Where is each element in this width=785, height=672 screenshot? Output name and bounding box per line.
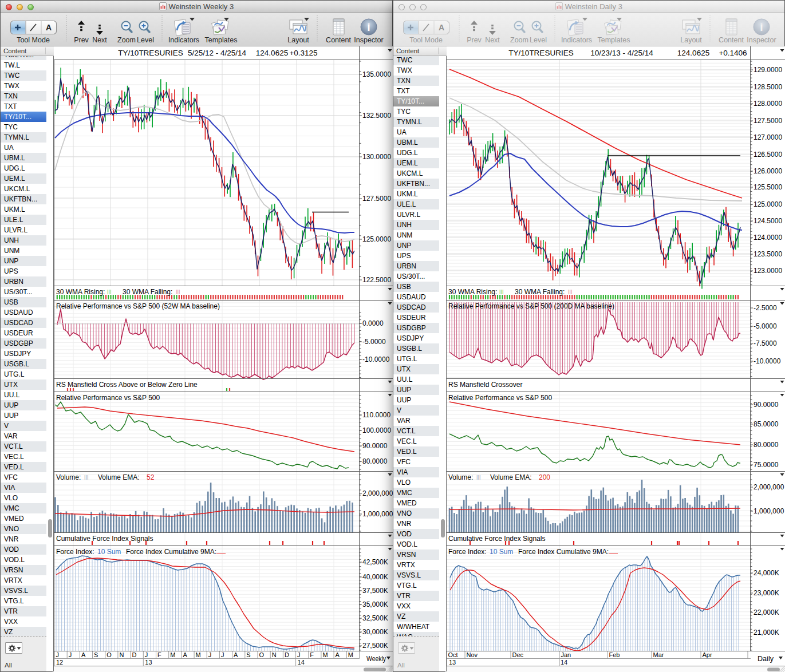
svg-text:-10.0000: -10.0000 [362,355,390,363]
svg-text:10 Sum: 10 Sum [490,548,513,556]
svg-text:N: N [272,651,277,658]
svg-text:30 WMA Rising:: 30 WMA Rising: [56,288,105,296]
svg-text:A: A [183,651,187,658]
svg-text:O: O [106,651,112,658]
svg-text:12: 12 [56,659,63,666]
svg-text:D: D [132,651,137,658]
svg-text:124.5000: 124.5000 [754,217,782,225]
svg-text:Daily: Daily [758,655,774,663]
svg-text:A: A [439,23,444,32]
svg-text:Volume:: Volume: [448,473,473,481]
svg-text:Volume EMA:: Volume EMA: [98,473,140,481]
svg-text:RS Mansfield Cross Above or Be: RS Mansfield Cross Above or Below Zero L… [56,381,198,389]
svg-text:52: 52 [147,473,155,481]
svg-text:130.0000: 130.0000 [362,153,391,161]
svg-text:A: A [336,651,340,658]
svg-text:D: D [285,651,289,658]
svg-text:Content: Content [719,36,744,44]
svg-text:Templates: Templates [598,36,630,44]
svg-text:lll: lll [568,288,572,295]
svg-text:Cumulative Force Index Signals: Cumulative Force Index Signals [448,535,545,543]
svg-text:126.0000: 126.0000 [754,167,782,175]
svg-text:23,000K: 23,000K [754,589,779,597]
svg-text:Jan: Jan [561,651,571,658]
svg-text:-2.5000: -2.5000 [754,304,777,312]
svg-text:Oct: Oct [448,651,458,658]
svg-text:110.0000: 110.0000 [362,411,390,419]
svg-text:128.0000: 128.0000 [754,100,782,108]
svg-text:32,500K: 32,500K [362,614,388,622]
svg-text:Nov: Nov [467,651,478,658]
svg-text:14: 14 [298,659,305,666]
svg-text:37,500K: 37,500K [362,587,388,595]
svg-text:Feb: Feb [609,651,620,658]
svg-text:O: O [259,651,265,658]
svg-text:10/23/13 - 4/25/14: 10/23/13 - 4/25/14 [590,49,653,57]
svg-text:30 WMA Rising:: 30 WMA Rising: [448,288,497,296]
svg-text:21,000K: 21,000K [754,628,779,637]
svg-text:200: 200 [539,473,550,481]
svg-text:124.0625: 124.0625 [677,49,709,57]
svg-text:-5.0000: -5.0000 [362,338,386,346]
svg-text:TY/10TRESURIES: TY/10TRESURIES [508,49,573,57]
svg-text:A: A [46,23,52,32]
svg-text:lll: lll [176,288,180,295]
svg-text:127.5000: 127.5000 [754,117,782,125]
svg-text:J: J [297,651,301,658]
svg-text:128.5000: 128.5000 [754,83,782,91]
svg-text:1,000,000: 1,000,000 [754,507,784,515]
svg-text:TY/10TRESURIES: TY/10TRESURIES [118,49,183,57]
svg-text:122.5000: 122.5000 [362,276,391,284]
svg-text:RS Mansfield Crossover: RS Mansfield Crossover [448,381,522,389]
svg-text:Weekly: Weekly [366,655,386,663]
svg-text:Relative Performance vs S&P 50: Relative Performance vs S&P 500 (200D MA… [448,302,614,310]
svg-text:Apr: Apr [703,651,712,658]
svg-text:Level: Level [137,36,154,44]
svg-text:F: F [310,651,314,658]
svg-text:A: A [234,651,238,658]
svg-text:42,500K: 42,500K [362,558,388,566]
svg-text:Zoom: Zoom [117,36,136,44]
svg-text:N: N [119,651,124,658]
svg-text:129.0000: 129.0000 [754,66,782,74]
svg-text:90.0000: 90.0000 [754,401,779,409]
svg-text:135.0000: 135.0000 [362,70,391,78]
svg-text:Next: Next [485,36,500,44]
svg-text:30 WMA Falling:: 30 WMA Falling: [515,288,565,296]
svg-text:85.0000: 85.0000 [754,420,779,428]
svg-text:J: J [221,651,224,658]
svg-text:30 WMA Falling:: 30 WMA Falling: [123,288,172,296]
svg-text:125.0000: 125.0000 [362,235,391,243]
svg-text:35,000K: 35,000K [362,600,388,608]
svg-text:Force Index Cumulative 9MA:: Force Index Cumulative 9MA: [518,548,609,556]
svg-text:lll: lll [476,474,480,481]
svg-text:13: 13 [449,659,456,666]
svg-text:+0.1406: +0.1406 [719,49,747,57]
svg-text:125.5000: 125.5000 [754,183,782,191]
svg-text:J: J [208,651,212,658]
svg-text:+0.3125: +0.3125 [289,49,317,57]
svg-text:i: i [367,21,370,33]
svg-text:Force Index Cumulative 9MA:: Force Index Cumulative 9MA: [126,548,216,556]
svg-text:0.0000: 0.0000 [362,319,384,327]
svg-text:Templates: Templates [205,36,238,44]
svg-text:13: 13 [145,659,152,666]
svg-text:-10.0000: -10.0000 [754,357,781,365]
svg-text:127.5000: 127.5000 [362,195,391,203]
svg-text:Relative Performance vs S&P 50: Relative Performance vs S&P 500 [56,394,160,402]
svg-text:J: J [56,651,60,658]
svg-text:Force Index:: Force Index: [56,548,94,556]
svg-text:Next: Next [92,36,107,44]
svg-text:126.5000: 126.5000 [754,151,782,159]
svg-text:90.0000: 90.0000 [362,442,388,450]
svg-text:Prev: Prev [467,36,482,44]
svg-text:80.0000: 80.0000 [362,457,388,465]
svg-text:22,000K: 22,000K [754,608,779,616]
svg-text:1,000,000: 1,000,000 [362,510,393,518]
svg-text:127.0000: 127.0000 [754,133,782,141]
svg-text:Relative Performance vs S&P 50: Relative Performance vs S&P 500 (52W MA … [56,302,220,310]
svg-text:Level: Level [530,36,547,44]
svg-text:Indicators: Indicators [561,36,592,44]
svg-text:Inspector: Inspector [747,36,776,44]
svg-text:30,000K: 30,000K [362,628,388,636]
